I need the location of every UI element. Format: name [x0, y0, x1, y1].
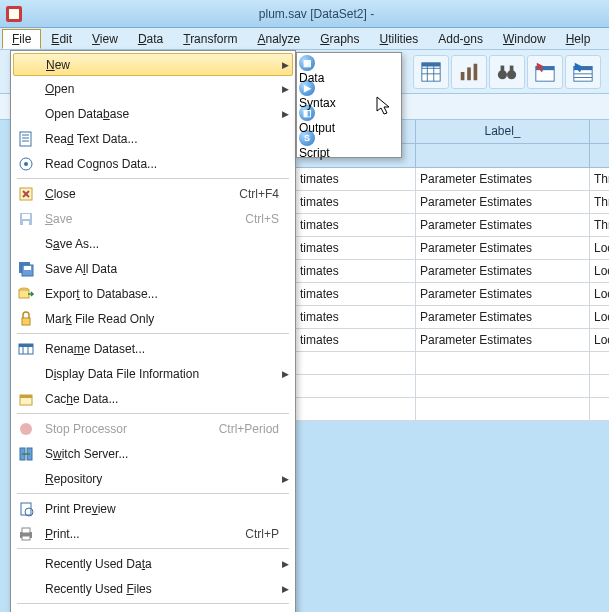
menu-window[interactable]: Window [493, 29, 556, 49]
svg-rect-11 [501, 65, 505, 71]
table-row[interactable]: timatesParameter EstimatesThres [296, 214, 609, 237]
toolbar-select-list-icon[interactable] [565, 55, 601, 89]
table-row[interactable]: timatesParameter EstimatesLoca [296, 306, 609, 329]
cell[interactable]: Loca [590, 306, 609, 329]
file-menu-save-all[interactable]: Save All Data [13, 256, 293, 281]
cell[interactable]: Loca [590, 237, 609, 260]
cell[interactable]: Loca [590, 260, 609, 283]
blank-icon [13, 101, 39, 126]
svg-rect-29 [22, 214, 30, 219]
column-header-sub[interactable] [416, 144, 590, 168]
svg-rect-50 [22, 536, 30, 540]
svg-rect-12 [510, 65, 514, 71]
window-title: plum.sav [DataSet2] - [30, 7, 603, 21]
file-menu-repository[interactable]: Repository [13, 466, 293, 491]
file-menu-display-info[interactable]: Display Data File Information [13, 361, 293, 386]
column-header[interactable] [590, 120, 609, 144]
toolbar-chart-icon[interactable] [451, 55, 487, 89]
menu-utilities[interactable]: Utilities [370, 29, 429, 49]
cell[interactable] [416, 375, 590, 398]
cell[interactable]: timates [296, 168, 416, 191]
menu-edit[interactable]: Edit [41, 29, 82, 49]
cell[interactable] [416, 398, 590, 421]
cell[interactable]: Parameter Estimates [416, 306, 590, 329]
cell[interactable]: timates [296, 329, 416, 352]
server-icon [13, 441, 39, 466]
table-row[interactable] [296, 398, 609, 421]
file-menu-recent-data[interactable]: Recently Used Data [13, 551, 293, 576]
cell[interactable]: Parameter Estimates [416, 329, 590, 352]
cell[interactable]: Loca [590, 283, 609, 306]
file-menu-save-as[interactable]: Save As... [13, 231, 293, 256]
file-menu-close[interactable]: Close Ctrl+F4 [13, 181, 293, 206]
cell[interactable]: Parameter Estimates [416, 260, 590, 283]
file-menu-read-cognos[interactable]: Read Cognos Data... [13, 151, 293, 176]
svg-rect-19 [20, 132, 31, 146]
svg-rect-5 [422, 62, 440, 66]
file-menu: New Open Open Database Read Text Data...… [10, 50, 296, 612]
file-menu-rename-dataset[interactable]: Rename Dataset... [13, 336, 293, 361]
toolbar-grid-icon[interactable] [413, 55, 449, 89]
menu-analyze[interactable]: Analyze [247, 29, 310, 49]
cell[interactable]: Thres [590, 168, 609, 191]
column-header-sub[interactable] [590, 144, 609, 168]
file-menu-print-preview[interactable]: Print Preview [13, 496, 293, 521]
cell[interactable]: Parameter Estimates [416, 283, 590, 306]
table-row[interactable]: timatesParameter EstimatesLoca [296, 329, 609, 352]
cell[interactable]: Loca [590, 329, 609, 352]
column-header-label[interactable]: Label_ [416, 120, 590, 144]
file-menu-read-text-data[interactable]: Read Text Data... [13, 126, 293, 151]
cell[interactable]: Parameter Estimates [416, 237, 590, 260]
data-grid: Label_ timatesParameter EstimatesThresti… [296, 120, 609, 421]
file-menu-open-database[interactable]: Open Database [13, 101, 293, 126]
file-menu-exit[interactable]: Exit [13, 606, 293, 612]
cell[interactable]: timates [296, 237, 416, 260]
table-row[interactable]: timatesParameter EstimatesLoca [296, 237, 609, 260]
file-menu-cache-data[interactable]: Cache Data... [13, 386, 293, 411]
cell[interactable]: Parameter Estimates [416, 168, 590, 191]
table-row[interactable] [296, 352, 609, 375]
cell[interactable] [296, 398, 416, 421]
file-menu-export-db[interactable]: Export to Database... [13, 281, 293, 306]
toolbar-select-grid-icon[interactable] [527, 55, 563, 89]
file-menu-mark-readonly[interactable]: Mark File Read Only [13, 306, 293, 331]
cell[interactable]: timates [296, 260, 416, 283]
print-preview-icon [13, 496, 39, 521]
file-menu-open[interactable]: Open [13, 76, 293, 101]
new-data[interactable]: ▦ Data [299, 55, 399, 80]
file-menu-recent-files[interactable]: Recently Used Files [13, 576, 293, 601]
menu-graphs[interactable]: Graphs [310, 29, 369, 49]
svg-rect-33 [24, 266, 31, 270]
cell[interactable] [590, 375, 609, 398]
cell[interactable] [590, 398, 609, 421]
file-menu-switch-server[interactable]: Switch Server... [13, 441, 293, 466]
cell[interactable]: Thres [590, 214, 609, 237]
cell[interactable]: timates [296, 283, 416, 306]
menu-addons[interactable]: Add-ons [428, 29, 493, 49]
cell[interactable]: timates [296, 306, 416, 329]
cell[interactable]: Parameter Estimates [416, 214, 590, 237]
file-menu-new[interactable]: New [13, 53, 293, 76]
file-menu-print[interactable]: Print... Ctrl+P [13, 521, 293, 546]
menu-data[interactable]: Data [128, 29, 173, 49]
table-row[interactable]: timatesParameter EstimatesLoca [296, 260, 609, 283]
menu-transform[interactable]: Transform [173, 29, 247, 49]
svg-rect-38 [19, 344, 33, 347]
save-all-icon [13, 256, 39, 281]
menu-view[interactable]: View [82, 29, 128, 49]
table-row[interactable]: timatesParameter EstimatesThres [296, 168, 609, 191]
cell[interactable]: timates [296, 214, 416, 237]
table-row[interactable]: timatesParameter EstimatesLoca [296, 283, 609, 306]
toolbar-binoculars-icon[interactable] [489, 55, 525, 89]
cell[interactable] [416, 352, 590, 375]
cell[interactable] [590, 352, 609, 375]
cell[interactable]: Thres [590, 191, 609, 214]
cell[interactable] [296, 352, 416, 375]
table-row[interactable]: timatesParameter EstimatesThres [296, 191, 609, 214]
cell[interactable]: Parameter Estimates [416, 191, 590, 214]
menu-help[interactable]: Help [556, 29, 601, 49]
table-row[interactable] [296, 375, 609, 398]
menu-file[interactable]: File [2, 29, 41, 49]
cell[interactable] [296, 375, 416, 398]
cell[interactable]: timates [296, 191, 416, 214]
